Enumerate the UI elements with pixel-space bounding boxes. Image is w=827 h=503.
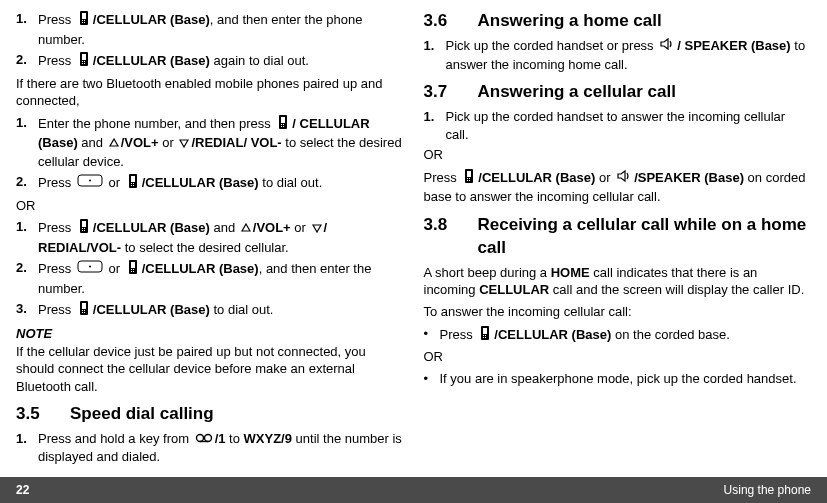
svg-rect-31 [84,230,85,231]
svg-rect-54 [469,180,470,181]
svg-rect-53 [467,180,468,181]
footer-section-title: Using the phone [724,483,811,497]
step-number: 1. [16,10,38,48]
cell-icon [77,300,91,321]
step: 2.Press or /CELLULAR (Base), and then en… [16,259,404,297]
step-text: Press /CELLULAR (Base) to dial out. [38,300,404,321]
step-text: Pick up the corded handset or press / SP… [446,37,812,73]
heading-3-6: 3.6Answering a home call [424,10,812,33]
svg-rect-24 [131,185,132,186]
svg-rect-59 [483,337,484,338]
svg-rect-2 [82,20,83,21]
svg-rect-37 [133,269,134,270]
svg-point-46 [196,434,203,441]
svg-rect-8 [82,61,83,62]
step: 2.Press or /CELLULAR (Base) to dial out. [16,173,404,194]
svg-rect-13 [281,117,285,123]
paragraph: To answer the incoming cellular call: [424,303,812,321]
svg-rect-30 [82,230,83,231]
step-text: Press /CELLULAR (Base) again to dial out… [38,51,404,72]
step: 2.Press /CELLULAR (Base) again to dial o… [16,51,404,72]
svg-rect-11 [84,63,85,64]
left-column: 1.Press /CELLULAR (Base), and then enter… [16,10,404,468]
svg-rect-41 [82,303,86,309]
svg-rect-44 [82,312,83,313]
svg-rect-25 [133,185,134,186]
svg-rect-29 [84,228,85,229]
svg-rect-1 [82,13,86,19]
svg-rect-38 [131,271,132,272]
svg-rect-16 [281,126,282,127]
svg-rect-14 [281,124,282,125]
svg-rect-22 [131,183,132,184]
step-text: Press /CELLULAR (Base) and /VOL+ or / RE… [38,218,404,256]
bullet: •Press /CELLULAR (Base) on the corded ba… [424,325,812,346]
heading-3-7: 3.7Answering a cellular call [424,81,812,104]
svg-rect-17 [283,126,284,127]
talk-key-icon [77,260,103,279]
step-number: 2. [16,173,38,194]
or-text: OR [424,146,812,164]
svg-rect-45 [84,312,85,313]
step-number: 2. [16,259,38,297]
svg-rect-57 [483,335,484,336]
bullet-mark: • [424,325,440,346]
bullet-text: Press /CELLULAR (Base) on the corded bas… [440,325,812,346]
heading-3-8: 3.8Receiving a cellular call while on a … [424,214,812,260]
svg-rect-60 [485,337,486,338]
svg-rect-3 [84,20,85,21]
step: 1.Enter the phone number, and then press… [16,114,404,170]
vm-key-icon [195,431,213,449]
up-triangle-icon [241,220,251,238]
bullet: •If you are in speakerphone mode, pick u… [424,370,812,388]
paragraph: Press /CELLULAR (Base) or /SPEAKER (Base… [424,168,812,206]
paragraph: A short beep during a HOME call indicate… [424,264,812,299]
svg-rect-51 [467,178,468,179]
step: 3.Press /CELLULAR (Base) to dial out. [16,300,404,321]
speaker-icon [616,169,632,188]
svg-rect-50 [467,171,471,177]
content-columns: 1.Press /CELLULAR (Base), and then enter… [16,10,811,468]
svg-rect-36 [131,269,132,270]
step-number: 1. [424,37,446,73]
note-heading: NOTE [16,325,404,343]
cell-icon [462,168,476,189]
step-number: 1. [16,114,38,170]
talk-key-icon [77,174,103,193]
svg-rect-52 [469,178,470,179]
svg-rect-10 [82,63,83,64]
svg-rect-15 [283,124,284,125]
step-text: Enter the phone number, and then press /… [38,114,404,170]
svg-rect-9 [84,61,85,62]
speaker-icon [659,37,675,56]
svg-point-47 [204,434,211,441]
bullet-text: If you are in speakerphone mode, pick up… [440,370,812,388]
svg-rect-21 [131,176,135,182]
step-number: 1. [16,218,38,256]
svg-rect-35 [131,262,135,268]
paragraph: If there are two Bluetooth enabled mobil… [16,75,404,110]
svg-point-33 [89,266,91,268]
cell-icon [478,325,492,346]
cell-icon [126,259,140,280]
step-text: Press /CELLULAR (Base), and then enter t… [38,10,404,48]
step-text: Press or /CELLULAR (Base) to dial out. [38,173,404,194]
cell-icon [77,218,91,239]
step-number: 1. [424,108,446,143]
svg-rect-42 [82,310,83,311]
step-number: 2. [16,51,38,72]
heading-3-5: 3.5Speed dial calling [16,403,404,426]
step: 1.Pick up the corded handset or press / … [424,37,812,73]
cell-icon [276,114,290,135]
svg-rect-23 [133,183,134,184]
svg-rect-56 [483,328,487,334]
cell-icon [126,173,140,194]
cell-icon [77,10,91,31]
cell-icon [77,51,91,72]
page-number: 22 [16,483,29,497]
step: 1.Pick up the corded handset to answer t… [424,108,812,143]
svg-rect-28 [82,228,83,229]
step: 1.Press /CELLULAR (Base), and then enter… [16,10,404,48]
svg-point-19 [89,180,91,182]
page-footer: 22 Using the phone [0,477,827,503]
